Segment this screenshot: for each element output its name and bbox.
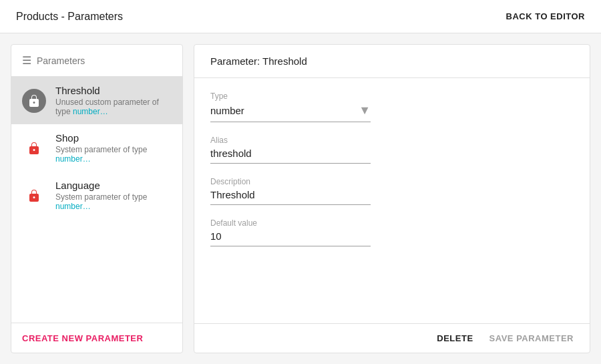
default-value-field[interactable]: 10: [210, 230, 371, 246]
description-value: Threshold: [210, 189, 255, 200]
shop-name: Shop: [55, 132, 172, 144]
description-label: Description: [210, 177, 371, 186]
create-new-parameter-button[interactable]: CREATE NEW PARAMETER: [11, 323, 182, 353]
right-panel: Parameter: Threshold Type number ▼ Alias…: [194, 44, 590, 353]
detail-footer: DELETE SAVE PARAMETER: [194, 323, 590, 353]
language-type-link[interactable]: number…: [55, 202, 91, 211]
detail-header: Parameter: Threshold: [194, 45, 590, 78]
left-panel: ☰ Parameters Threshold Unused custom par…: [11, 44, 183, 353]
delete-button[interactable]: DELETE: [437, 333, 473, 343]
chevron-down-icon: ▼: [359, 104, 371, 118]
save-parameter-button[interactable]: SAVE PARAMETER: [489, 333, 574, 343]
default-value: 10: [210, 230, 222, 242]
shop-info: Shop System parameter of type number…: [55, 132, 172, 164]
threshold-type-link[interactable]: number…: [73, 107, 108, 116]
alias-value: threshold: [210, 148, 252, 159]
sidebar-item-language[interactable]: Language System parameter of type number…: [11, 172, 182, 219]
alias-field[interactable]: threshold: [210, 148, 371, 164]
threshold-name: Threshold: [55, 85, 172, 96]
type-label: Type: [210, 92, 371, 101]
description-field[interactable]: Threshold: [210, 189, 371, 205]
language-name: Language: [55, 180, 172, 191]
top-bar: Products - Parameters BACK TO EDITOR: [0, 0, 601, 33]
detail-body: Type number ▼ Alias threshold Descriptio…: [194, 78, 590, 323]
create-new-label: CREATE NEW PARAMETER: [22, 333, 143, 343]
alias-label: Alias: [210, 136, 371, 145]
type-value: number: [210, 105, 244, 116]
sidebar-header-label: Parameters: [37, 55, 85, 66]
lock-icon-shop: [22, 136, 46, 160]
lock-icon-language: [22, 184, 46, 208]
language-desc: System parameter of type number…: [55, 192, 172, 211]
sidebar-header: ☰ Parameters: [11, 45, 182, 77]
sidebar-item-shop[interactable]: Shop System parameter of type number…: [11, 124, 182, 172]
threshold-info: Threshold Unused custom parameter of typ…: [55, 85, 172, 116]
main-layout: ☰ Parameters Threshold Unused custom par…: [0, 33, 601, 364]
lock-icon-threshold: [22, 89, 46, 113]
detail-title: Parameter: Threshold: [210, 55, 307, 67]
description-field-group: Description Threshold: [210, 177, 371, 205]
shop-desc: System parameter of type number…: [55, 145, 172, 164]
shop-type-link[interactable]: number…: [55, 154, 91, 164]
page-title: Products - Parameters: [16, 11, 123, 23]
default-value-label: Default value: [210, 218, 371, 228]
parameters-icon: ☰: [22, 54, 31, 67]
type-dropdown[interactable]: number ▼: [210, 104, 371, 122]
parameter-list: Threshold Unused custom parameter of typ…: [11, 77, 182, 323]
sidebar-item-threshold[interactable]: Threshold Unused custom parameter of typ…: [11, 77, 182, 124]
alias-field-group: Alias threshold: [210, 136, 371, 164]
back-to-editor-button[interactable]: BACK TO EDITOR: [506, 11, 585, 21]
language-info: Language System parameter of type number…: [55, 180, 172, 211]
type-field-group: Type number ▼: [210, 92, 371, 122]
default-value-field-group: Default value 10: [210, 218, 371, 246]
threshold-desc: Unused custom parameter of type number…: [55, 98, 172, 116]
